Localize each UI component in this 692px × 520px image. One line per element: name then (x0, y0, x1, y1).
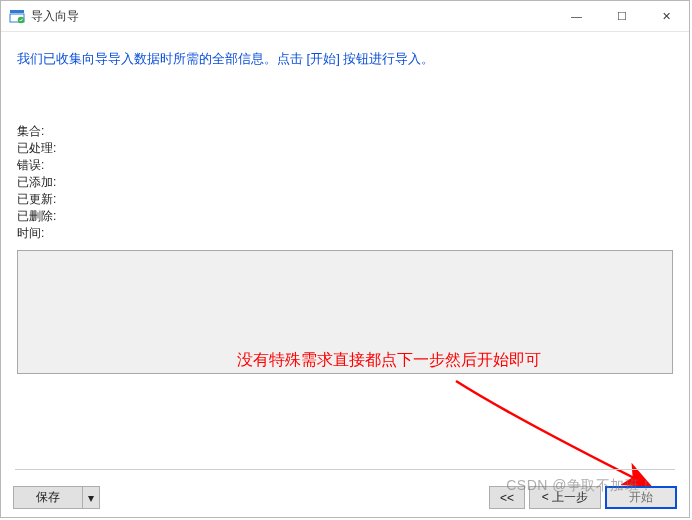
wizard-window: 导入向导 — ☐ ✕ 我们已收集向导导入数据时所需的全部信息。点击 [开始] 按… (0, 0, 690, 518)
footer-bar: 保存 ▾ << < 上一步 开始 (13, 486, 677, 509)
footer-separator (15, 469, 675, 470)
first-page-button[interactable]: << (489, 486, 525, 509)
minimize-button[interactable]: — (554, 1, 599, 31)
log-textarea[interactable] (17, 250, 673, 374)
label-added: 已添加: (17, 174, 65, 191)
maximize-button[interactable]: ☐ (599, 1, 644, 31)
instruction-text: 我们已收集向导导入数据时所需的全部信息。点击 [开始] 按钮进行导入。 (17, 50, 673, 68)
save-split-button: 保存 ▾ (13, 486, 100, 509)
save-button[interactable]: 保存 (13, 486, 83, 509)
window-title: 导入向导 (31, 8, 79, 25)
save-dropdown-button[interactable]: ▾ (82, 486, 100, 509)
status-fields: 集合: 已处理: 错误: 已添加: 已更新: 已删除: 时间: (17, 123, 673, 242)
svg-rect-0 (10, 10, 24, 13)
label-errors: 错误: (17, 157, 65, 174)
window-controls: — ☐ ✕ (554, 1, 689, 31)
app-icon (9, 8, 25, 24)
start-button[interactable]: 开始 (605, 486, 677, 509)
label-time: 时间: (17, 225, 65, 242)
label-processed: 已处理: (17, 140, 65, 157)
label-deleted: 已删除: (17, 208, 65, 225)
chevron-down-icon: ▾ (88, 491, 94, 505)
content-area: 我们已收集向导导入数据时所需的全部信息。点击 [开始] 按钮进行导入。 集合: … (1, 32, 689, 242)
back-button[interactable]: < 上一步 (529, 486, 601, 509)
annotation-arrow-icon (451, 376, 671, 496)
close-button[interactable]: ✕ (644, 1, 689, 31)
titlebar: 导入向导 — ☐ ✕ (1, 1, 689, 32)
label-collection: 集合: (17, 123, 65, 140)
label-updated: 已更新: (17, 191, 65, 208)
